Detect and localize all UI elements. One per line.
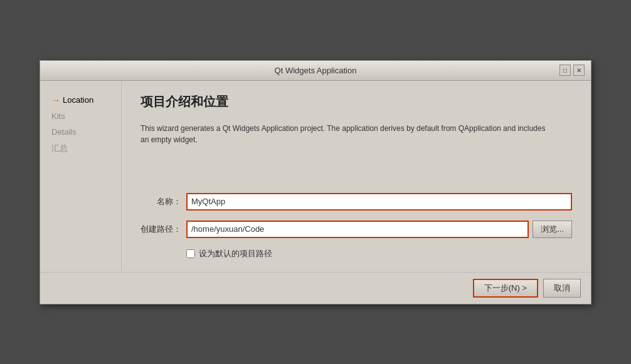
cancel-button[interactable]: 取消	[543, 279, 581, 298]
sidebar-summary-label: 汇总	[51, 143, 68, 154]
sidebar-item-details[interactable]: Details	[46, 125, 115, 138]
sidebar-arrow-icon: →	[51, 95, 60, 105]
sidebar-location-label: Location	[63, 95, 93, 105]
main-content: 项目介绍和位置 This wizard generates a Qt Widge…	[122, 81, 591, 272]
browse-button[interactable]: 浏览...	[533, 221, 572, 238]
page-title: 项目介绍和位置	[141, 93, 572, 110]
sidebar-details-label: Details	[51, 127, 77, 137]
description-text: This wizard generates a Qt Widgets Appli…	[141, 123, 548, 145]
form-area: 名称： 创建路径： 浏览... 设为默认的项目路径	[141, 193, 572, 259]
path-row: 创建路径： 浏览...	[141, 221, 572, 238]
sidebar-item-location[interactable]: → Location	[46, 93, 115, 107]
name-row: 名称：	[141, 193, 572, 211]
sidebar-item-kits[interactable]: Kits	[46, 110, 115, 123]
sidebar-kits-label: Kits	[51, 112, 65, 121]
dialog-footer: 下一步(N) > 取消	[40, 272, 591, 304]
sidebar-item-summary[interactable]: 汇总	[46, 141, 115, 156]
name-label: 名称：	[141, 196, 181, 207]
default-path-checkbox[interactable]	[186, 249, 195, 258]
dialog: Qt Widgets Application □ ✕ → Location Ki…	[40, 60, 591, 304]
sidebar: → Location Kits Details 汇总	[40, 81, 122, 272]
checkbox-row: 设为默认的项目路径	[186, 248, 572, 259]
restore-button[interactable]: □	[559, 65, 571, 76]
close-button[interactable]: ✕	[573, 65, 585, 76]
name-input[interactable]	[186, 193, 572, 211]
title-bar-controls: □ ✕	[559, 65, 585, 76]
dialog-body: → Location Kits Details 汇总 项目介绍和位置 This …	[40, 81, 591, 272]
checkbox-label: 设为默认的项目路径	[199, 248, 272, 259]
next-button[interactable]: 下一步(N) >	[473, 279, 538, 298]
path-input[interactable]	[186, 221, 529, 238]
path-label: 创建路径：	[141, 224, 181, 235]
dialog-title: Qt Widgets Application	[72, 66, 559, 75]
path-input-wrapper: 浏览...	[186, 221, 572, 238]
title-bar: Qt Widgets Application □ ✕	[40, 61, 591, 81]
